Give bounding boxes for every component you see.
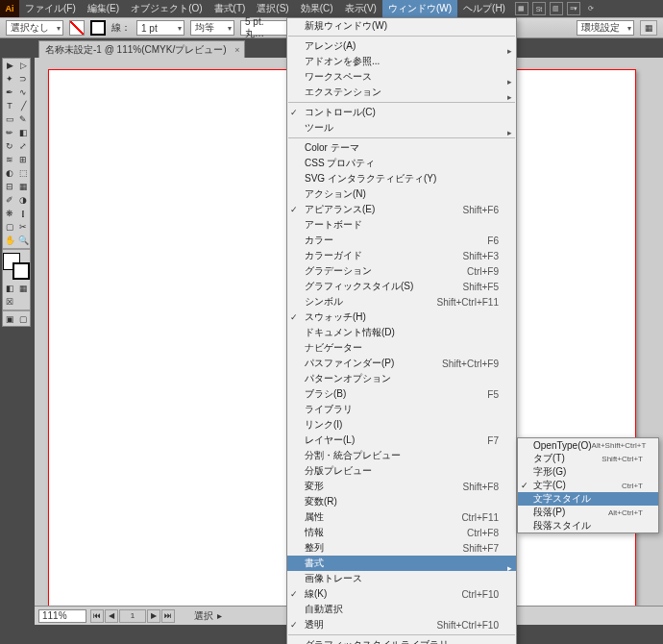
menuitem[interactable]: パスファインダー(P)Shift+Ctrl+F9 xyxy=(287,356,516,371)
eyedropper-tool[interactable]: ✐ xyxy=(3,193,16,207)
panel-icon[interactable]: ⟳ xyxy=(584,2,598,15)
blend-tool[interactable]: ◑ xyxy=(16,193,30,207)
menuitem[interactable]: カラーガイドShift+F3 xyxy=(287,248,516,263)
stroke-weight-input[interactable]: 1 pt xyxy=(136,20,184,36)
menuitem[interactable]: SVG インタラクティビティ(Y) xyxy=(287,171,516,186)
menuitem[interactable]: グラデーションCtrl+F9 xyxy=(287,263,516,279)
menuitem[interactable]: ライブラリ xyxy=(287,402,516,417)
gradient-mode-icon[interactable]: ▦ xyxy=(16,282,30,295)
menu-編集(E)[interactable]: 編集(E) xyxy=(82,0,125,17)
menuitem[interactable]: ブラシ(B)F5 xyxy=(287,386,516,402)
type-tool[interactable]: T xyxy=(3,99,16,112)
panel-icon[interactable]: ≡▾ xyxy=(567,2,580,15)
menu-オブジェクト(O)[interactable]: オブジェクト(O) xyxy=(125,0,208,17)
free-transform-tool[interactable]: ⊞ xyxy=(16,153,30,166)
magic-wand-tool[interactable]: ✦ xyxy=(3,72,16,86)
selection-tool[interactable]: ▶ xyxy=(3,59,16,72)
graph-tool[interactable]: ⫿ xyxy=(16,207,30,220)
submenu-item[interactable]: ✓文字(C)Ctrl+T xyxy=(518,479,658,492)
close-icon[interactable]: × xyxy=(234,45,239,55)
mesh-tool[interactable]: ⊟ xyxy=(3,180,16,193)
menuitem[interactable]: Color テーマ xyxy=(287,140,516,156)
menuitem[interactable]: 情報Ctrl+F8 xyxy=(287,525,516,540)
menuitem[interactable]: ✓アピアランス(E)Shift+F6 xyxy=(287,202,516,217)
menuitem[interactable]: ドキュメント情報(D) xyxy=(287,325,516,340)
menuitem[interactable]: CSS プロパティ xyxy=(287,156,516,171)
menuitem[interactable]: ✓スウォッチ(H) xyxy=(287,310,516,325)
menuitem[interactable]: 分割・統合プレビュー xyxy=(287,448,516,463)
prev-icon[interactable]: ◀ xyxy=(105,609,118,623)
shape-builder-tool[interactable]: ◐ xyxy=(3,166,16,180)
hand-tool[interactable]: ✋ xyxy=(3,234,16,247)
chevron-right-icon[interactable]: ▸ xyxy=(217,610,222,621)
zoom-input[interactable]: 111% xyxy=(38,609,86,623)
submenu-item[interactable]: 段落(P)Alt+Ctrl+T xyxy=(518,506,658,519)
rectangle-tool[interactable]: ▭ xyxy=(3,112,16,126)
menuitem[interactable]: ワークスペース xyxy=(287,69,516,85)
pencil-tool[interactable]: ✏ xyxy=(3,126,16,139)
menuitem[interactable]: グラフィックスタイル(S)Shift+F5 xyxy=(287,279,516,294)
menuitem[interactable]: レイヤー(L)F7 xyxy=(287,433,516,448)
menuitem[interactable]: アレンジ(A) xyxy=(287,38,516,54)
submenu-item[interactable]: タブ(T)Shift+Ctrl+T xyxy=(518,452,658,465)
menu-書式(T)[interactable]: 書式(T) xyxy=(209,0,252,17)
menuitem[interactable]: 画像トレース xyxy=(287,571,516,586)
zoom-tool[interactable]: 🔍 xyxy=(16,234,30,247)
preferences-button[interactable]: 環境設定 xyxy=(577,20,634,36)
menuitem[interactable]: 書式 xyxy=(287,556,516,571)
panel-icon[interactable]: ▥ xyxy=(550,2,563,15)
slice-tool[interactable]: ✂ xyxy=(16,220,30,234)
screen-mode-icon[interactable]: ▢ xyxy=(16,312,30,326)
menuitem[interactable]: ✓線(K)Ctrl+F10 xyxy=(287,586,516,602)
rotate-tool[interactable]: ↻ xyxy=(3,139,16,153)
menuitem[interactable]: ツール xyxy=(287,120,516,136)
artboard-number[interactable]: 1 xyxy=(119,609,146,623)
menuitem[interactable]: アクション(N) xyxy=(287,186,516,202)
next-icon[interactable]: ▶ xyxy=(147,609,160,623)
lasso-tool[interactable]: ⊃ xyxy=(16,72,30,86)
screen-mode-icon[interactable]: ▣ xyxy=(3,312,16,326)
menuitem[interactable]: 分版プレビュー xyxy=(287,463,516,479)
menuitem[interactable]: 変数(R) xyxy=(287,494,516,509)
menu-効果(C)[interactable]: 効果(C) xyxy=(295,0,339,17)
stroke-swatch[interactable] xyxy=(90,20,106,36)
fill-swatch[interactable] xyxy=(69,20,85,36)
document-tab[interactable]: 名称未設定-1 @ 111%(CMYK/プレビュー) × xyxy=(38,40,245,58)
menu-表示(V)[interactable]: 表示(V) xyxy=(339,0,382,17)
gradient-tool[interactable]: ▦ xyxy=(16,180,30,193)
scale-tool[interactable]: ⤢ xyxy=(16,139,30,153)
menu-ヘルプ(H)[interactable]: ヘルプ(H) xyxy=(457,0,511,17)
submenu-item[interactable]: 段落スタイル xyxy=(518,519,658,533)
submenu-item[interactable]: OpenType(O)Alt+Shift+Ctrl+T xyxy=(518,438,658,452)
last-icon[interactable]: ⏭ xyxy=(161,609,175,623)
panel-icon[interactable]: ▦ xyxy=(515,2,528,15)
menuitem[interactable]: 整列Shift+F7 xyxy=(287,540,516,556)
eraser-tool[interactable]: ◧ xyxy=(16,126,30,139)
menuitem[interactable]: アートボード xyxy=(287,217,516,233)
menuitem[interactable]: ナビゲーター xyxy=(287,340,516,356)
menu-ファイル(F)[interactable]: ファイル(F) xyxy=(19,0,82,17)
menuitem[interactable]: 属性Ctrl+F11 xyxy=(287,509,516,525)
symbol-sprayer-tool[interactable]: ❋ xyxy=(3,207,16,220)
menuitem[interactable]: リンク(I) xyxy=(287,417,516,433)
selection-status[interactable]: 選択なし xyxy=(6,20,63,36)
artboard-tool[interactable]: ▢ xyxy=(3,220,16,234)
none-mode-icon[interactable]: ☒ xyxy=(3,295,16,309)
width-tool[interactable]: ≋ xyxy=(3,153,16,166)
stroke-profile[interactable]: 均等 xyxy=(190,20,234,36)
menuitem[interactable]: アドオンを参照... xyxy=(287,54,516,69)
menuitem[interactable]: 変形Shift+F8 xyxy=(287,479,516,494)
menuitem[interactable]: 自動選択 xyxy=(287,602,516,617)
curvature-tool[interactable]: ∿ xyxy=(16,86,30,99)
menuitem[interactable]: ✓透明Shift+Ctrl+F10 xyxy=(287,617,516,632)
submenu-item[interactable]: 字形(G) xyxy=(518,465,658,479)
menuitem[interactable]: パターンオプション xyxy=(287,371,516,386)
menu-ウィンドウ(W)[interactable]: ウィンドウ(W) xyxy=(382,0,457,17)
first-icon[interactable]: ⏮ xyxy=(90,609,104,623)
pen-tool[interactable]: ✒ xyxy=(3,86,16,99)
menuitem[interactable]: 新規ウィンドウ(W) xyxy=(287,18,516,34)
fill-stroke-indicator[interactable] xyxy=(3,253,30,280)
menu-選択(S)[interactable]: 選択(S) xyxy=(251,0,294,17)
menuitem[interactable]: ✓コントロール(C) xyxy=(287,105,516,120)
menuitem[interactable]: グラフィックスタイルライブラリ xyxy=(287,637,516,644)
